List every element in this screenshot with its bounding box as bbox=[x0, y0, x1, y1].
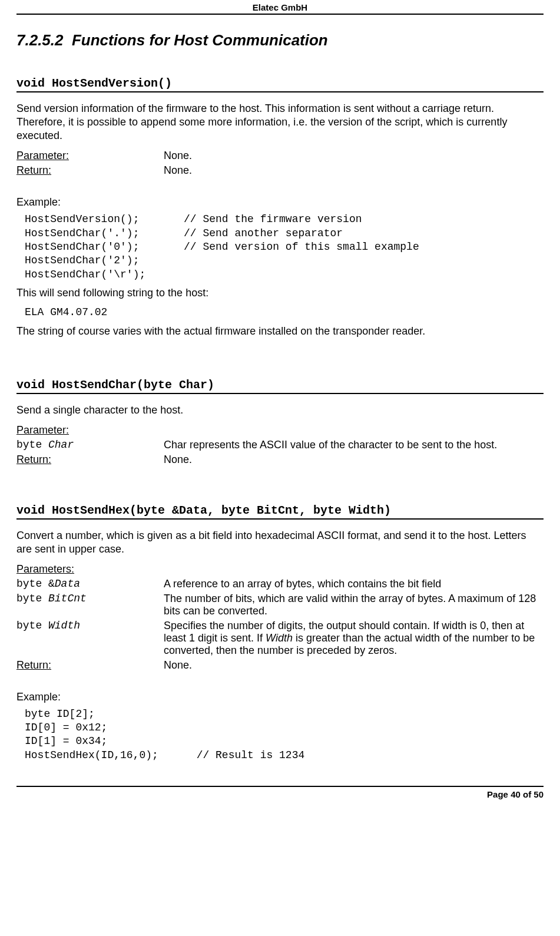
param-desc: The number of bits, which are valid with… bbox=[164, 591, 544, 619]
result-note: The string of course varies with the act… bbox=[16, 325, 544, 338]
section-heading: 7.2.5.2 Functions for Host Communication bbox=[16, 31, 544, 49]
param-name: byte Width bbox=[16, 619, 164, 658]
func-hostsendchar-desc: Send a single character to the host. bbox=[16, 403, 544, 417]
example-label: Example: bbox=[16, 690, 544, 704]
section-number: 7.2.5.2 bbox=[16, 31, 64, 49]
return-value: None. bbox=[164, 658, 544, 673]
return-label: Return: bbox=[16, 164, 51, 176]
param-label: Parameter: bbox=[16, 424, 69, 436]
func-hostsendhex-desc: Convert a number, which is given as a bi… bbox=[16, 529, 544, 556]
return-value: None. bbox=[164, 163, 192, 178]
params-label: Parameters: bbox=[16, 563, 74, 575]
func-hostsendhex-signature: void HostSendHex(byte &Data, byte BitCnt… bbox=[16, 504, 544, 520]
code-block: HostSendVersion(); // Send the firmware … bbox=[25, 213, 544, 282]
param-name: byte &Data bbox=[16, 577, 164, 591]
func-hostsendversion-desc: Send version information of the firmware… bbox=[16, 102, 544, 143]
param-name: byte Char bbox=[16, 438, 164, 452]
param-name: byte BitCnt bbox=[16, 591, 164, 619]
page: Elatec GmbH 7.2.5.2 Functions for Host C… bbox=[0, 0, 560, 936]
func-hostsendhex-params: Parameters: byte &Data A reference to an… bbox=[16, 562, 544, 673]
func-hostsendchar-signature: void HostSendChar(byte Char) bbox=[16, 378, 544, 394]
running-header: Elatec GmbH bbox=[16, 0, 544, 15]
param-desc: Char represents the ASCII value of the c… bbox=[164, 438, 497, 452]
return-label: Return: bbox=[16, 659, 51, 671]
code-block: byte ID[2]; ID[0] = 0x12; ID[1] = 0x34; … bbox=[25, 707, 544, 763]
param-label: Parameter: bbox=[16, 150, 69, 161]
example-label: Example: bbox=[16, 196, 544, 209]
func-hostsendchar-params: Parameter: byte Char Char represents the… bbox=[16, 423, 497, 467]
return-label: Return: bbox=[16, 454, 51, 465]
func-hostsendversion-signature: void HostSendVersion() bbox=[16, 77, 544, 92]
result-intro: This will send following string to the h… bbox=[16, 286, 544, 300]
func-hostsendversion-params: Parameter: None. Return: None. bbox=[16, 148, 192, 178]
param-value: None. bbox=[164, 148, 192, 163]
page-number: Page 40 of 50 bbox=[16, 787, 544, 799]
return-value: None. bbox=[164, 452, 497, 467]
code-output: ELA GM4.07.02 bbox=[25, 306, 544, 319]
param-desc: Specifies the number of digits, the outp… bbox=[164, 619, 544, 658]
param-desc: A reference to an array of bytes, which … bbox=[164, 577, 544, 591]
section-title-text: Functions for Host Communication bbox=[72, 31, 328, 49]
